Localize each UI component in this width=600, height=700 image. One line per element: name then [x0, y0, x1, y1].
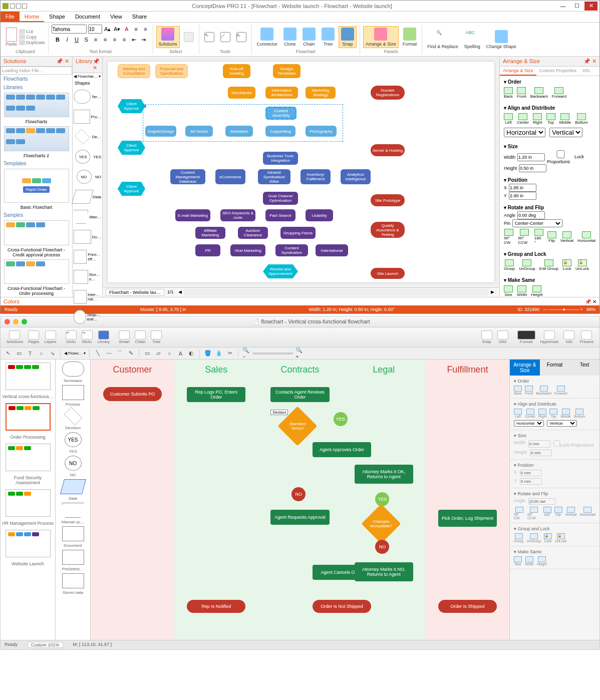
box-review[interactable]: Review and Approvement — [263, 264, 298, 278]
solutions-search[interactable] — [1, 67, 72, 75]
align-bottom-button[interactable]: Bottom — [575, 113, 587, 125]
height-input[interactable] — [519, 164, 546, 172]
tb-present[interactable]: Present — [577, 329, 595, 345]
ts-fill[interactable]: 🪣 — [203, 349, 212, 358]
box-affiliate[interactable]: Affiliate Marketing — [195, 227, 225, 239]
ungroup-button[interactable]: UnGroup — [519, 259, 535, 271]
m-front-button[interactable]: Front — [525, 386, 533, 395]
rotate-90ccw-button[interactable]: 90° CCW — [518, 229, 530, 245]
distribute-v-select[interactable]: Vertical — [549, 128, 582, 137]
align-middle-button[interactable]: Middle — [559, 113, 571, 125]
tb-tree[interactable]: Tree — [149, 329, 164, 345]
solutions-button[interactable]: Solutions — [156, 26, 180, 48]
mbox-pick-order[interactable]: Pick Order, Log Shipment — [438, 510, 497, 527]
zoom-slider[interactable]: — ———●——— + — [543, 307, 583, 312]
tb-info[interactable]: Info — [561, 329, 576, 345]
tb-grid[interactable]: Grid — [495, 329, 510, 345]
underline-button[interactable]: U — [73, 36, 81, 44]
box-pr[interactable]: PR — [195, 244, 220, 256]
mbox-yes-1[interactable]: YES — [334, 412, 348, 426]
close-button[interactable]: ✕ — [584, 2, 597, 11]
thumb-website[interactable] — [6, 530, 51, 557]
order-backward-button[interactable]: Backward — [530, 87, 548, 99]
lib-thumb-flowcharts2[interactable] — [4, 126, 69, 151]
thumb-hr[interactable] — [6, 489, 51, 517]
mlib-data[interactable] — [60, 479, 86, 494]
lib-manual[interactable]: Man… — [73, 207, 102, 227]
box-goal-channel[interactable]: Goal Channel Optimization — [263, 192, 298, 205]
ts-rect[interactable]: ▭ — [15, 349, 24, 358]
mbox-agent-approves[interactable]: Agent Approves Order — [313, 442, 371, 457]
ts-picker[interactable]: 💧 — [214, 349, 223, 358]
thumb-food[interactable] — [6, 444, 51, 471]
tb-undo[interactable]: ↶Undo — [64, 329, 79, 345]
mlib-terminator[interactable] — [62, 362, 84, 377]
box-approve-1[interactable]: Client Approve — [118, 99, 145, 113]
sect-flowcharts[interactable]: Flowcharts — [1, 75, 72, 83]
m-dist-h[interactable]: Horizontal — [514, 420, 544, 427]
menu-shape[interactable]: Shape — [44, 12, 70, 22]
ts-sh5[interactable]: ◐ — [187, 349, 196, 358]
ts-sh4[interactable]: A — [176, 349, 185, 358]
thumb-vertical[interactable] — [6, 363, 51, 390]
m-flip-v[interactable]: Vertical — [565, 507, 577, 520]
ts-connect[interactable]: ↘ — [48, 349, 57, 358]
ts-text[interactable]: T — [26, 349, 35, 358]
lib-terminator[interactable]: Ter… — [73, 87, 102, 107]
m-align-right[interactable]: Right — [538, 409, 546, 418]
y-input[interactable] — [509, 192, 536, 200]
tool-text[interactable]: A — [234, 31, 248, 43]
box-auction[interactable]: Auction/ Clearance — [238, 227, 268, 239]
distribute-h-select[interactable]: Horizontal — [504, 128, 545, 137]
lib-thumb-flowcharts[interactable] — [4, 93, 69, 117]
canvas[interactable]: Meeting and Consultation Proposal and Sp… — [103, 57, 499, 297]
arrange-pin-icon[interactable]: 📌 ✕ — [583, 58, 596, 65]
mac-close-button[interactable] — [5, 319, 10, 324]
menu-file[interactable]: File — [1, 12, 20, 22]
ts-curve[interactable]: 〰 — [104, 349, 113, 358]
group-header[interactable]: Group and Lock — [508, 251, 546, 257]
clone-button[interactable]: Clone — [281, 27, 298, 48]
m-flip-h[interactable]: Horizontal — [579, 507, 595, 520]
m-rotate-header[interactable]: Rotate and Flip — [518, 491, 548, 496]
connector-button[interactable]: Connector — [255, 27, 280, 48]
tb-hypernote[interactable]: Hypernote — [538, 329, 561, 345]
flip-v-button[interactable]: Vertical — [560, 231, 573, 243]
m-lock-prop[interactable]: Lock Proportions — [553, 440, 594, 448]
unlock-button[interactable]: 🔓UnLock — [575, 259, 589, 271]
makesame-header[interactable]: Make Same — [508, 277, 535, 283]
mbox-rep-notified[interactable]: Rep Is Notified — [187, 600, 245, 613]
format-button[interactable]: Format — [401, 27, 419, 48]
box-seo[interactable]: SEO-Keywords & code — [220, 209, 255, 221]
ts-lib-crumb[interactable]: Flowc… — [68, 351, 83, 356]
tool-line[interactable]: ／ — [218, 31, 232, 43]
flip-button[interactable]: Flip — [547, 231, 556, 243]
m-align-middle[interactable]: Middle — [560, 409, 571, 418]
box-meeting[interactable]: Meeting and Consultation — [118, 64, 150, 78]
gallery-button[interactable] — [182, 31, 196, 43]
mtab-format[interactable]: Format — [540, 360, 570, 376]
strike-button[interactable]: S — [82, 36, 90, 44]
m-group[interactable]: Group — [514, 533, 523, 543]
lib-document[interactable]: Do… — [73, 227, 102, 247]
mbox-shipped[interactable]: Order Is Shipped — [438, 600, 497, 613]
m-align-top[interactable]: Top — [549, 409, 557, 418]
box-approve-2[interactable]: Client Approve — [118, 141, 145, 155]
sample-credit[interactable] — [4, 220, 69, 245]
box-site-prototype[interactable]: Site Prototype — [371, 194, 405, 206]
ts-zoom-slider[interactable] — [253, 353, 293, 355]
box-paid-search[interactable]: Paid Search — [265, 209, 295, 221]
find-replace-button[interactable]: 🔍Find & Replace — [425, 29, 460, 50]
lib-pin-icon[interactable]: 📌✕ — [93, 58, 100, 71]
lib-stored[interactable]: Stor…d… — [73, 267, 102, 287]
m-group-header[interactable]: Group and Lock — [518, 526, 550, 531]
tab-arrange[interactable]: Arrange & Size — [500, 67, 536, 76]
box-wireframes[interactable]: Wireframes — [228, 87, 255, 99]
m-size-header[interactable]: Size — [518, 433, 527, 438]
menu-share[interactable]: Share — [127, 12, 152, 22]
qat-save-icon[interactable] — [22, 4, 27, 9]
lib-decision[interactable]: De… — [73, 127, 102, 147]
m-pos-header[interactable]: Position — [518, 463, 534, 468]
lock-prop[interactable]: Lock Proportions — [547, 150, 595, 164]
snap-button[interactable]: Snap — [339, 26, 357, 48]
